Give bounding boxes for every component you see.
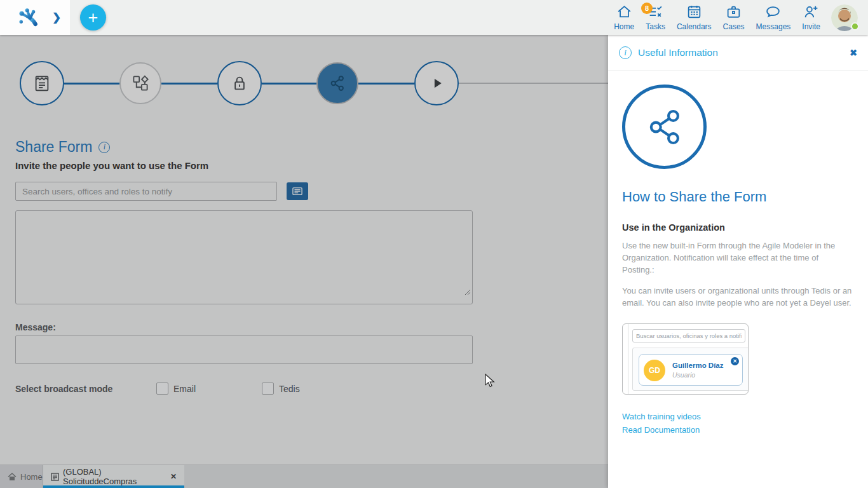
- home-tab-icon: [8, 473, 17, 481]
- deyel-logo-icon[interactable]: [15, 6, 41, 29]
- nav-invite-label: Invite: [802, 22, 820, 31]
- step-security[interactable]: [217, 61, 262, 105]
- example-screenshot: GD Guillermo Díaz Usuario ✕: [622, 323, 749, 395]
- tab-global-solicituddecompras[interactable]: (GLOBAL) SolicituddeCompras ✕: [43, 465, 184, 488]
- example-search-input: [632, 329, 745, 342]
- nav-tasks-label: Tasks: [646, 22, 665, 31]
- nav-cases[interactable]: Cases: [717, 4, 750, 31]
- open-directory-button[interactable]: [287, 182, 308, 200]
- paragraph-1: Use the new built-in Form through the Ag…: [622, 240, 852, 276]
- broadcast-mode-label: Select broadcast mode: [15, 384, 156, 394]
- tedis-checkbox-label: Tedis: [279, 384, 300, 394]
- nav-calendars-label: Calendars: [677, 22, 712, 31]
- example-recipients-box: GD Guillermo Díaz Usuario ✕: [632, 348, 749, 391]
- panel-header: i Useful Information ✖: [608, 35, 868, 71]
- share-icon: [328, 74, 347, 93]
- step-model[interactable]: [119, 62, 161, 104]
- howto-title: How to Share the Form: [622, 189, 854, 205]
- logo-area: ❯: [0, 0, 70, 35]
- step-connector: [64, 83, 119, 85]
- example-user-avatar: GD: [644, 360, 665, 381]
- message-label: Message:: [15, 322, 474, 332]
- notify-search-input[interactable]: [15, 182, 277, 201]
- info-icon: i: [619, 46, 632, 59]
- nav-cases-label: Cases: [723, 22, 745, 31]
- nav-home-label: Home: [614, 22, 634, 31]
- nav-home[interactable]: Home: [608, 4, 640, 31]
- tasks-badge: 8: [641, 3, 653, 14]
- read-documentation-link[interactable]: Read Documentation: [622, 425, 854, 435]
- person-add-icon: [803, 4, 819, 22]
- play-icon: [427, 74, 446, 93]
- step-publish[interactable]: [414, 61, 459, 105]
- nav-messages[interactable]: Messages: [750, 4, 797, 31]
- tab-close-icon[interactable]: ✕: [170, 472, 177, 481]
- user-avatar[interactable]: [831, 4, 858, 31]
- nav-invite[interactable]: Invite: [796, 4, 826, 31]
- page-title: Share Form i: [15, 139, 474, 156]
- home-icon: [616, 4, 632, 22]
- email-checkbox[interactable]: [156, 383, 168, 395]
- briefcase-icon: [726, 4, 742, 22]
- step-form[interactable]: [20, 61, 64, 105]
- example-remove-user-icon: ✕: [731, 357, 739, 365]
- form-icon: [32, 74, 51, 93]
- step-connector: [358, 83, 414, 85]
- textarea-resize-handle[interactable]: [465, 289, 471, 295]
- step-connector-pending: [459, 83, 608, 84]
- calendar-icon: [686, 4, 702, 22]
- share-form-title: Share Form: [15, 139, 92, 156]
- example-user-role: Usuario: [672, 371, 695, 379]
- share-form-section: Share Form i Invite the people you want …: [15, 139, 474, 395]
- tab-home-label: Home: [20, 472, 43, 482]
- tab-active-label: (GLOBAL) SolicituddeCompras: [63, 467, 164, 486]
- directory-list-icon: [291, 185, 304, 198]
- share-form-subtitle: Invite the people you want to use the Fo…: [15, 160, 474, 171]
- diagram-icon: [131, 74, 150, 93]
- paragraph-2: You can invite users or organizational u…: [622, 285, 852, 309]
- nav-tasks[interactable]: 8 Tasks: [640, 4, 671, 31]
- bottom-tab-bar: Home (GLOBAL) SolicituddeCompras ✕: [0, 464, 608, 488]
- useful-information-panel: i Useful Information ✖ How to Share the …: [608, 35, 868, 488]
- example-user-card: GD Guillermo Díaz Usuario ✕: [639, 354, 743, 386]
- nav-messages-label: Messages: [756, 22, 791, 31]
- panel-title: Useful Information: [638, 47, 718, 58]
- create-new-button[interactable]: +: [80, 4, 106, 30]
- message-textarea[interactable]: [15, 336, 473, 364]
- wizard-stepper: [0, 61, 608, 105]
- step-connector: [262, 83, 316, 85]
- top-bar: ❯ + Home 8 Tasks: [0, 0, 868, 35]
- online-status-dot: [851, 22, 859, 30]
- screenshot-crop-edge: [628, 324, 628, 394]
- tasks-icon: 8: [648, 4, 663, 22]
- panel-close-icon[interactable]: ✖: [850, 48, 857, 58]
- section-title: Use in the Organization: [622, 222, 854, 233]
- sidebar-expand-chevron-icon[interactable]: ❯: [52, 11, 61, 24]
- tab-home[interactable]: Home: [0, 465, 43, 488]
- lock-icon: [230, 74, 249, 93]
- mouse-cursor: [485, 374, 496, 388]
- share-illustration-circle: [622, 85, 707, 169]
- chat-icon: [765, 4, 781, 22]
- nav-calendars[interactable]: Calendars: [671, 4, 717, 31]
- watch-training-videos-link[interactable]: Watch training videos: [622, 412, 854, 421]
- main-content: Share Form i Invite the people you want …: [0, 35, 608, 488]
- share-icon: [644, 106, 686, 148]
- step-connector: [161, 83, 217, 85]
- top-navigation: Home 8 Tasks Calendars: [608, 0, 868, 35]
- email-checkbox-label: Email: [173, 384, 196, 394]
- example-user-name: Guillermo Díaz: [672, 362, 724, 369]
- info-icon[interactable]: i: [98, 142, 110, 153]
- tedis-checkbox[interactable]: [262, 383, 274, 395]
- step-share-active[interactable]: [316, 62, 358, 104]
- recipients-box[interactable]: [15, 210, 473, 304]
- form-tab-icon: [51, 473, 59, 481]
